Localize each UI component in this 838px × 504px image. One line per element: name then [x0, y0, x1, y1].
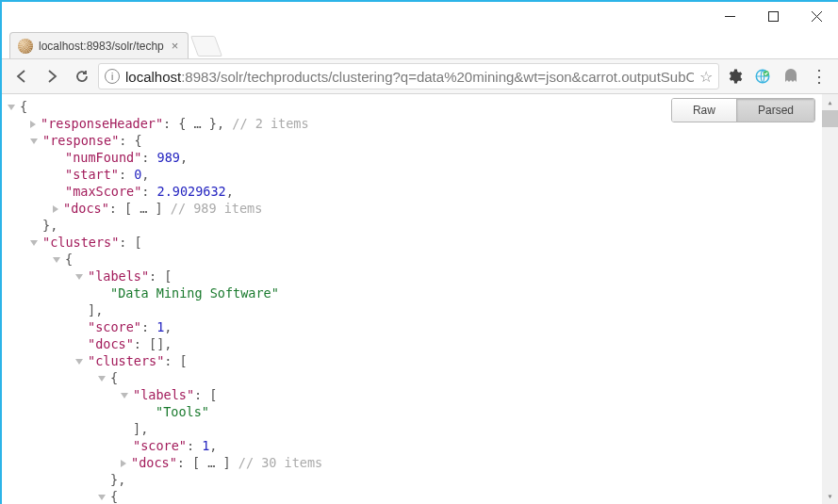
new-tab-button[interactable] [190, 36, 222, 57]
window-close-button[interactable] [795, 2, 838, 30]
toggle-icon[interactable] [8, 105, 15, 110]
toggle-icon[interactable] [53, 205, 58, 213]
extension-ghostery-icon[interactable] [778, 63, 804, 89]
svg-rect-1 [768, 11, 778, 21]
back-button[interactable] [8, 62, 36, 90]
window-maximize-button[interactable] [751, 2, 795, 30]
scroll-up-icon[interactable]: ▴ [822, 94, 838, 110]
parsed-button[interactable]: Parsed [736, 99, 814, 122]
toggle-icon[interactable] [75, 359, 83, 365]
page-content: Raw Parsed { "responseHeader": { … }, //… [2, 94, 838, 504]
browser-tab[interactable]: localhost:8983/solr/techp × [9, 32, 189, 58]
browser-menu-icon[interactable]: ⋮ [806, 63, 832, 89]
browser-toolbar: i localhost:8983/solr/techproducts/clust… [2, 58, 838, 94]
window-titlebar [2, 2, 838, 30]
solr-favicon-icon [18, 39, 33, 54]
json-tree: { "responseHeader": { … }, // 2 items "r… [8, 98, 838, 504]
forward-button[interactable] [38, 62, 66, 90]
tab-close-icon[interactable]: × [170, 39, 181, 53]
extension-gear-icon[interactable] [721, 63, 748, 89]
bookmark-star-icon[interactable]: ☆ [699, 68, 713, 86]
reload-button[interactable] [68, 62, 96, 90]
toggle-icon[interactable] [121, 393, 128, 398]
scrollbar-thumb[interactable] [822, 110, 838, 127]
toggle-icon[interactable] [30, 121, 36, 128]
scroll-down-icon[interactable]: ▾ [822, 488, 838, 504]
raw-parsed-toggle: Raw Parsed [671, 98, 815, 122]
tab-title: localhost:8983/solr/techp [39, 40, 164, 53]
toggle-icon[interactable] [30, 138, 38, 144]
extension-globe-icon[interactable] [749, 63, 776, 89]
toggle-icon[interactable] [98, 376, 106, 382]
url-text: localhost:8983/solr/techproducts/cluster… [125, 69, 694, 85]
toggle-icon[interactable] [75, 274, 83, 280]
toggle-icon[interactable] [98, 495, 106, 500]
toggle-icon[interactable] [121, 460, 126, 467]
toggle-icon[interactable] [30, 240, 38, 246]
site-info-icon[interactable]: i [105, 69, 120, 84]
browser-tabs-row: localhost:8983/solr/techp × [2, 30, 838, 58]
raw-button[interactable]: Raw [672, 99, 736, 122]
vertical-scrollbar[interactable]: ▴ ▾ [822, 94, 838, 504]
window-minimize-button[interactable] [708, 2, 751, 30]
address-bar[interactable]: i localhost:8983/solr/techproducts/clust… [98, 63, 719, 89]
toggle-icon[interactable] [53, 257, 60, 263]
